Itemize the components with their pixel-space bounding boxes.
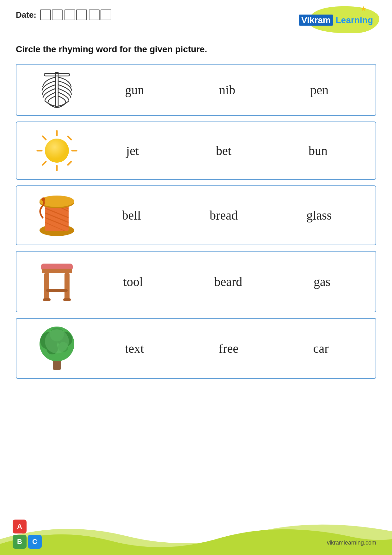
word-bun[interactable]: bun [309,143,328,158]
svg-line-6 [43,136,46,140]
row-spool: bell bread glass [16,185,376,245]
abc-block-a: A [13,520,27,533]
word-text[interactable]: text [125,341,144,356]
row-stool-words: tool beard gas [88,274,366,289]
footer-wave-svg [0,514,392,555]
word-beard[interactable]: beard [214,274,242,289]
row-ribs: gun nib pen [16,64,376,116]
word-gun[interactable]: gun [125,83,144,97]
row-sun: jet bet bun [16,122,376,180]
date-box-2[interactable] [52,9,63,20]
row-ribs-words: gun nib pen [88,83,366,97]
footer: A B C vikramlearning.com [0,514,392,555]
svg-line-8 [43,162,46,165]
row-sun-words: jet bet bun [88,143,366,158]
svg-point-11 [45,139,69,163]
svg-rect-27 [46,289,68,292]
row-spool-words: bell bread glass [88,208,366,223]
row-stool: tool beard gas [16,251,376,312]
svg-rect-25 [44,273,49,299]
svg-rect-1 [44,73,70,76]
row-tree: text free car [16,318,376,379]
logo-vikram: Vikram [299,15,333,26]
instruction-text: Circle the rhyming word for the given pi… [0,38,392,64]
date-box-1[interactable] [40,9,51,20]
sun-svg [35,128,79,173]
svg-rect-26 [64,273,70,299]
row-tree-words: text free car [88,341,366,356]
spool-svg [36,192,77,238]
sun-image [26,128,88,173]
date-box-5[interactable] [89,9,100,20]
word-gas[interactable]: gas [314,274,330,289]
word-glass[interactable]: glass [306,208,332,223]
logo-star: ★ [360,5,367,13]
ribs-svg [32,71,82,109]
date-section: Date: [16,9,111,20]
tree-image [26,325,88,372]
date-box-3[interactable] [64,9,75,20]
abc-block-b: B [13,535,27,549]
abc-block-c: C [28,535,42,549]
svg-point-22 [41,197,45,201]
word-bell[interactable]: bell [122,208,141,223]
word-car[interactable]: car [313,341,329,356]
footer-url: vikramlearning.com [327,539,376,546]
stool-svg [35,258,79,305]
svg-rect-29 [63,298,71,301]
word-free[interactable]: free [219,341,238,356]
date-box-4[interactable] [76,9,87,20]
date-group-3 [89,9,111,20]
word-pen[interactable]: pen [310,83,329,97]
svg-rect-0 [56,72,58,107]
date-boxes [40,9,111,20]
svg-rect-28 [43,298,51,301]
rows-container: gun nib pen [0,64,392,379]
svg-point-21 [40,196,74,207]
word-tool[interactable]: tool [123,274,143,289]
stool-image [26,258,88,305]
logo-text: Vikram Learning [299,15,373,25]
date-label: Date: [16,10,36,20]
svg-rect-24 [42,269,72,273]
word-nib[interactable]: nib [219,83,235,97]
spool-image [26,192,88,238]
word-bet[interactable]: bet [216,143,231,158]
tree-svg [33,325,81,372]
word-bread[interactable]: bread [210,208,238,223]
logo-learning: Learning [333,15,373,25]
date-group-2 [64,9,87,20]
word-jet[interactable]: jet [126,143,139,158]
logo: ★ Vikram Learning [307,9,376,35]
svg-line-7 [68,136,71,140]
date-box-6[interactable] [101,9,111,20]
header: Date: ★ Vikram Learning [0,0,392,38]
svg-line-9 [68,162,71,165]
footer-abc-blocks: A B C [13,520,42,549]
svg-point-37 [45,329,69,353]
date-group-1 [40,9,63,20]
ribs-image [26,71,88,109]
